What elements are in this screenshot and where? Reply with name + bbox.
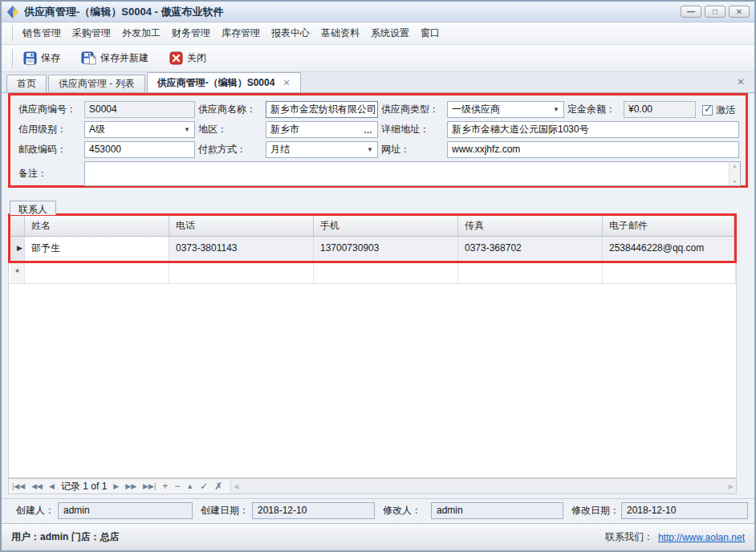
new-cell-mobile[interactable] (314, 263, 458, 283)
maximize-button[interactable]: □ (705, 6, 726, 18)
supplier-no-label: 供应商编号： (18, 101, 76, 118)
active-checkbox[interactable]: ✓ 激活 (702, 104, 735, 117)
menu-outsourcing[interactable]: 外发加工 (116, 23, 166, 43)
deposit-label: 定金余额： (567, 101, 616, 118)
website-link[interactable]: http://www.aolan.net (658, 532, 745, 543)
nav-next-page-icon[interactable]: ▶▶ (122, 482, 140, 490)
cell-fax[interactable]: 0373-368702 (458, 237, 603, 261)
scroll-right-icon[interactable]: ▶ (729, 483, 734, 490)
supplier-name-label: 供应商名称： (198, 101, 256, 118)
supplier-type-value: 一级供应商 (452, 102, 550, 117)
nav-commit-icon[interactable]: ✓ (197, 481, 211, 492)
active-label: 激活 (716, 104, 735, 117)
document-tabbar: 首页 供应商管理 - 列表 供应商管理-（编辑）S0004 ✕ ✕ (2, 72, 754, 93)
tab-supplier-edit[interactable]: 供应商管理-（编辑）S0004 ✕ (147, 72, 301, 92)
chevron-down-icon[interactable]: ▼ (181, 122, 190, 137)
payment-select[interactable]: 月结 ▼ (266, 141, 378, 158)
supplier-name-field[interactable]: 新乡市金宏纺织有限公司 (266, 101, 378, 118)
column-header-email[interactable]: 电子邮件 (603, 216, 734, 236)
close-tab-button[interactable]: 关闭 (163, 48, 213, 68)
modify-date-field: 2018-12-10 (621, 502, 748, 519)
horizontal-scrollbar[interactable]: ◀ ▶ (230, 479, 736, 493)
new-row-marker-icon: * (10, 263, 25, 283)
deposit-field[interactable]: ¥0.00 (624, 101, 696, 118)
column-header-fax[interactable]: 传真 (458, 216, 603, 236)
zip-field[interactable]: 453000 (84, 141, 195, 158)
ellipsis-icon[interactable]: … (360, 126, 373, 134)
menubar-grip[interactable] (9, 26, 13, 41)
scroll-up-icon[interactable]: ▲ (732, 163, 738, 168)
modifier-field: admin (431, 502, 563, 519)
new-cell-phone[interactable] (169, 263, 314, 283)
cell-name[interactable]: 邵予生 (25, 237, 169, 261)
nav-edit-icon[interactable]: ▲ (183, 482, 197, 490)
tab-contacts[interactable]: 联系人 (10, 201, 56, 215)
minimize-button[interactable]: — (681, 6, 701, 18)
supplier-type-select[interactable]: 一级供应商 ▼ (447, 101, 564, 118)
modify-date-label: 修改日期： (571, 504, 620, 518)
close-window-button[interactable]: ✕ (729, 6, 750, 18)
new-row[interactable]: * (9, 263, 736, 284)
column-header-phone[interactable]: 电话 (169, 216, 314, 236)
cell-mobile[interactable]: 13700730903 (314, 237, 458, 261)
tab-home[interactable]: 首页 (6, 75, 47, 92)
nav-prev-icon[interactable]: ◀ (46, 482, 58, 490)
tabstrip-close-icon[interactable]: ✕ (737, 76, 745, 87)
app-window: 供应商管理-（编辑）S0004 - 傲蓝布业软件 — □ ✕ 销售管理 采购管理… (0, 0, 756, 552)
save-and-new-label: 保存并新建 (100, 51, 148, 65)
menubar: 销售管理 采购管理 外发加工 财务管理 库存管理 报表中心 基础资料 系统设置 … (2, 22, 754, 45)
menu-sales[interactable]: 销售管理 (17, 23, 67, 43)
menu-finance[interactable]: 财务管理 (166, 23, 216, 43)
region-picker[interactable]: 新乡市 … (266, 121, 378, 138)
supplier-edit-panel: 供应商编号： S0004 供应商名称： 新乡市金宏纺织有限公司 供应商类型： 一… (2, 93, 754, 523)
toolbar: 保存 保存并新建 关闭 (2, 45, 754, 72)
credit-value: A级 (89, 122, 181, 137)
menu-reports[interactable]: 报表中心 (266, 23, 315, 43)
chevron-down-icon[interactable]: ▼ (364, 142, 373, 157)
region-label: 地区： (198, 121, 227, 138)
menu-purchase[interactable]: 采购管理 (67, 23, 116, 43)
new-cell-fax[interactable] (458, 263, 603, 283)
nav-delete-icon[interactable]: − (171, 481, 183, 492)
cell-email[interactable]: 2538446228@qq.com (603, 237, 734, 261)
menu-basic-data[interactable]: 基础资料 (315, 23, 365, 43)
chevron-down-icon[interactable]: ▼ (550, 102, 559, 117)
nav-prev-page-icon[interactable]: ◀◀ (28, 482, 46, 490)
column-header-name[interactable]: 姓名 (25, 216, 169, 236)
nav-next-icon[interactable]: ▶ (110, 482, 122, 490)
creator-field: admin (58, 502, 193, 519)
nav-add-icon[interactable]: + (159, 481, 171, 492)
floppy-disk-new-icon (81, 51, 96, 65)
app-logo-icon (6, 6, 19, 18)
website-field[interactable]: www.xxjhfz.com (447, 141, 739, 158)
save-and-new-button[interactable]: 保存并新建 (75, 48, 155, 68)
menu-window[interactable]: 窗口 (415, 23, 445, 43)
supplier-type-label: 供应商类型： (381, 101, 439, 118)
table-row[interactable]: ▶ 邵予生 0373-3801143 13700730903 0373-3687… (10, 237, 734, 261)
scroll-down-icon[interactable]: ▼ (732, 179, 738, 185)
tab-supplier-list[interactable]: 供应商管理 - 列表 (48, 75, 145, 92)
remark-textarea[interactable]: ▲ ▼ (84, 161, 741, 186)
scroll-left-icon[interactable]: ◀ (234, 483, 238, 490)
menu-inventory[interactable]: 库存管理 (216, 23, 266, 43)
save-label: 保存 (41, 51, 60, 65)
menu-settings[interactable]: 系统设置 (365, 23, 415, 43)
toolbar-grip[interactable] (9, 49, 13, 67)
zip-label: 邮政编码： (18, 141, 67, 158)
checkbox-box[interactable]: ✓ (702, 105, 713, 116)
column-header-mobile[interactable]: 手机 (314, 216, 458, 236)
new-cell-email[interactable] (603, 263, 736, 283)
user-store-label: 用户：admin 门店：总店 (11, 530, 120, 544)
nav-cancel-icon[interactable]: ✗ (211, 481, 226, 492)
remark-scrollbar[interactable]: ▲ ▼ (729, 162, 740, 185)
save-button[interactable]: 保存 (17, 48, 67, 68)
nav-first-icon[interactable]: |◀◀ (9, 482, 28, 490)
nav-last-icon[interactable]: ▶▶| (140, 482, 159, 490)
tab-close-icon[interactable]: ✕ (282, 78, 290, 88)
new-cell-name[interactable] (25, 263, 169, 283)
address-field[interactable]: 新乡市金穗大道公元国际1030号 (447, 121, 739, 138)
supplier-no-field[interactable]: S0004 (84, 101, 195, 118)
current-row-marker-icon: ▶ (10, 237, 25, 261)
credit-select[interactable]: A级 ▼ (84, 121, 195, 138)
cell-phone[interactable]: 0373-3801143 (169, 237, 314, 261)
